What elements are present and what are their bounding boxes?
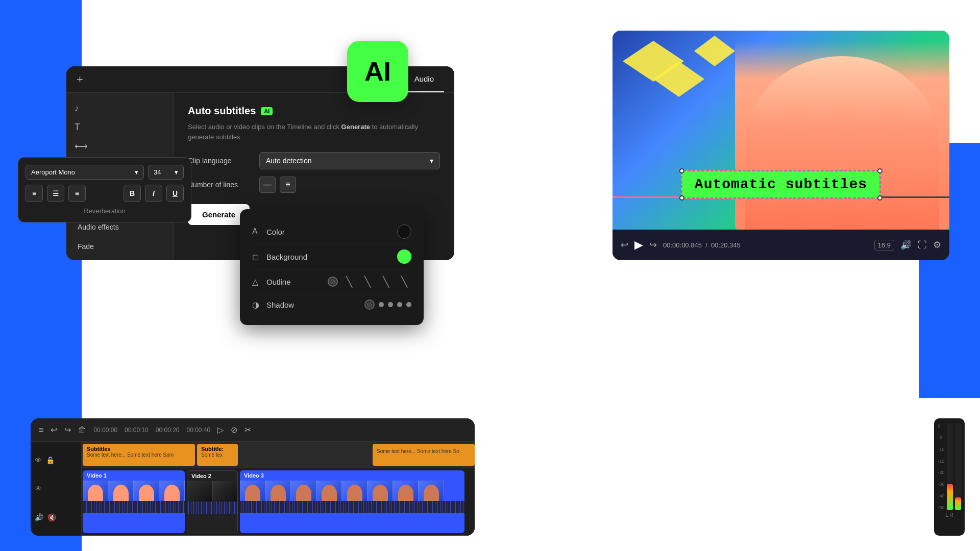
- v3-thumb2: [265, 481, 291, 501]
- audio-volume-icon[interactable]: 🔊: [35, 513, 43, 521]
- timeline-tracks: 👁 🔒 👁 🔊 🔇 Subtitles Some text here... So…: [31, 442, 475, 536]
- v3-thumb6: [368, 481, 393, 501]
- subtitle-visibility-icon[interactable]: 👁: [35, 456, 42, 464]
- subtitle-clip-short[interactable]: Subtitle: Some tex: [197, 444, 238, 466]
- woman-silhouette: [745, 56, 939, 230]
- subtitle-clip-main[interactable]: Subtitles Some text here... Some text he…: [83, 444, 195, 466]
- vu-bar-right: [955, 423, 961, 510]
- outline-opt1[interactable]: ╲: [342, 274, 356, 289]
- subtitle-lock-icon[interactable]: 🔒: [46, 456, 55, 464]
- timeline-cut-btn[interactable]: ✂: [244, 425, 251, 435]
- video-clip-2[interactable]: Video 2: [187, 470, 238, 533]
- lines-control: — ≡: [259, 177, 296, 193]
- v3-thumb7: [393, 481, 419, 501]
- video-clip-3[interactable]: Video 3: [240, 470, 464, 533]
- subtitle-overlay-box[interactable]: Automatic subtitles: [681, 170, 881, 199]
- timeline-snap-btn[interactable]: ⊘: [231, 425, 237, 435]
- reverberation-label: Reverberation: [26, 207, 184, 215]
- settings-button[interactable]: ⚙: [933, 239, 941, 251]
- vu-bar-right-fill: [955, 497, 961, 511]
- timeline-redo-btn[interactable]: ↪: [64, 425, 71, 435]
- font-row1: Aeroport Mono ▾ 34 ▾: [26, 165, 184, 180]
- play-button[interactable]: ▶: [634, 238, 643, 252]
- video1-audio-wave: [83, 501, 185, 513]
- v3-thumb5: [342, 481, 368, 501]
- aspect-ratio[interactable]: 16:9: [874, 240, 894, 251]
- timeline-toolbar: ≡ ↩ ↪ 🗑 00:00:00 00:00:10 00:00:20 00:00…: [31, 418, 475, 442]
- track-ctrl-video1: 👁: [35, 485, 77, 493]
- vu-bar-left: [947, 423, 953, 510]
- audio-mute-icon[interactable]: 🔇: [47, 513, 56, 521]
- font-size-input[interactable]: 34 ▾: [148, 165, 184, 180]
- timeline-panel: ≡ ↩ ↪ 🗑 00:00:00 00:00:10 00:00:20 00:00…: [31, 418, 475, 536]
- shadow-row: ◑ Shadow ⊘: [252, 294, 411, 315]
- tab-audio[interactable]: Audio: [404, 66, 444, 92]
- align-center-btn[interactable]: ☰: [47, 185, 64, 202]
- subtitle-overlay-text: Automatic subtitles: [695, 177, 867, 192]
- shadow-dot4[interactable]: [406, 302, 411, 307]
- outline-opt3[interactable]: ╲: [379, 274, 393, 289]
- video-time: 00:00:00.845 / 00:20.345: [663, 241, 868, 249]
- background-label: Background: [266, 253, 397, 261]
- subtitle-clip-right[interactable]: Some text here... Some text here So: [373, 444, 475, 466]
- shadow-dot3[interactable]: [397, 302, 402, 307]
- underline-btn[interactable]: U: [166, 185, 184, 202]
- background-color-picker[interactable]: [397, 249, 411, 264]
- panel-ai-badge: AI: [261, 107, 273, 115]
- timeline-layout-btn[interactable]: ≡: [39, 425, 43, 435]
- color-picker[interactable]: [397, 224, 411, 239]
- vu-meter-bars: 0 -5 -10 -15 -20 -30 -40 -50: [938, 423, 961, 510]
- v3-thumb1: [240, 481, 265, 501]
- deco-shape-3: [694, 36, 735, 66]
- font-row2: ≡ ☰ ≡ B I U: [26, 185, 184, 202]
- volume-button[interactable]: 🔊: [900, 239, 912, 251]
- timeline-undo-btn[interactable]: ↩: [51, 425, 57, 435]
- timeline-cursor-btn[interactable]: ▷: [217, 425, 224, 435]
- ai-badge-text: AI: [364, 56, 391, 87]
- shadow-icon: ◑: [252, 300, 266, 310]
- number-of-lines-row: Number of lines — ≡: [188, 177, 440, 193]
- panel-add-btn[interactable]: +: [77, 73, 83, 86]
- music-icon: ♪: [75, 103, 165, 114]
- font-panel: Aeroport Mono ▾ 34 ▾ ≡ ☰ ≡ B I U Reverbe…: [18, 157, 191, 222]
- outline-opt2[interactable]: ╲: [360, 274, 375, 289]
- bold-btn[interactable]: B: [124, 185, 141, 202]
- background-icon: ◻: [252, 252, 266, 262]
- sidebar-item-fade[interactable]: Fade: [69, 237, 170, 256]
- shadow-dot2[interactable]: [388, 302, 393, 307]
- color-label: Color: [266, 228, 397, 236]
- vu-scale: 0 -5 -10 -15 -20 -30 -40 -50: [938, 423, 944, 510]
- timeline-delete-btn[interactable]: 🗑: [78, 425, 86, 435]
- forward-button[interactable]: ↪: [649, 239, 657, 251]
- align-left-btn[interactable]: ≡: [26, 185, 43, 202]
- lines-minus-btn[interactable]: —: [259, 177, 276, 193]
- style-panel: A Color ◻ Background △ Outline ⊘ ╲ ╲ ╲ ╲…: [240, 209, 424, 325]
- handle-bl[interactable]: [679, 195, 684, 201]
- font-family-select[interactable]: Aeroport Mono ▾: [26, 165, 144, 180]
- align-right-btn[interactable]: ≡: [68, 185, 86, 202]
- text-icon: T: [75, 122, 165, 133]
- ai-badge: AI: [347, 41, 408, 102]
- fullscreen-button[interactable]: ⛶: [918, 240, 927, 251]
- video3-thumbnails: [240, 481, 464, 501]
- italic-btn[interactable]: I: [145, 185, 162, 202]
- thumb-dark2: [213, 481, 237, 502]
- lines-equals-btn[interactable]: ≡: [280, 177, 296, 193]
- shadow-none-btn[interactable]: ⊘: [364, 299, 375, 310]
- handle-tl[interactable]: [679, 168, 684, 173]
- clip-language-dropdown[interactable]: Auto detection ▾: [259, 152, 440, 169]
- video-clip-1[interactable]: Video 1: [83, 470, 185, 533]
- outline-opt4[interactable]: ╲: [397, 274, 411, 289]
- shadow-dot1[interactable]: [379, 302, 384, 307]
- rewind-button[interactable]: ↩: [621, 239, 628, 251]
- thumb-dark1: [187, 481, 213, 502]
- color-icon: A: [252, 227, 266, 236]
- timeline-content: Subtitles Some text here... Some text he…: [82, 442, 475, 536]
- video2-thumbnails: [187, 481, 237, 502]
- thumb2: [108, 481, 134, 501]
- outline-none-btn[interactable]: ⊘: [328, 277, 338, 287]
- timeline-time-3: 00:00:20: [156, 427, 180, 434]
- panel-title-row: Auto subtitles AI: [188, 105, 440, 117]
- track-ctrl-subtitle: 👁 🔒: [35, 456, 77, 464]
- video1-visibility-icon[interactable]: 👁: [35, 485, 42, 493]
